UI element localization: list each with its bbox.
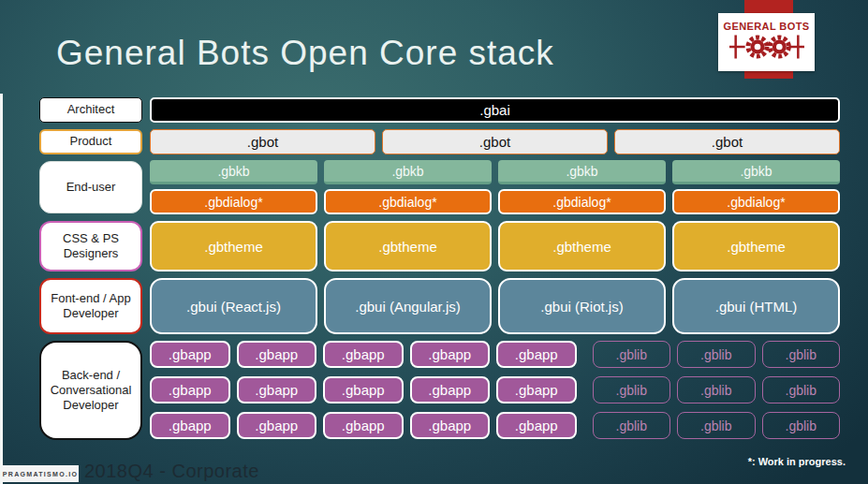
gbkb-box: .gbkb — [672, 160, 840, 184]
gbui-angular-box: .gbui (Angular.js) — [324, 278, 492, 334]
gbdialog-box: .gbdialog* — [498, 189, 666, 214]
row-gbapp-3: .gbapp .gbapp .gbapp .gbapp .gbapp .gbli… — [150, 412, 840, 439]
slide: General Bots Open Core stack GENERAL BOT… — [0, 0, 868, 484]
row-gbui: .gbui (React.js) .gbui (Angular.js) .gbu… — [150, 278, 840, 334]
general-bots-logo: GENERAL BOTS — [718, 13, 815, 71]
gblib-box: .gblib — [593, 341, 671, 368]
role-label-end-user: End-user — [39, 161, 142, 213]
gbapp-box: .gbapp — [323, 341, 404, 368]
row-gbot: .gbot .gbot .gbot — [150, 129, 840, 154]
gbot-box: .gbot — [382, 129, 608, 154]
gblib-box: .gblib — [593, 412, 671, 439]
row-gbapp-1: .gbapp .gbapp .gbapp .gbapp .gbapp .gbli… — [150, 341, 840, 368]
gbai-box: .gbai — [150, 97, 840, 123]
left-edge-accent — [0, 94, 3, 484]
role-label-css-ps-designers: CSS & PS Designers — [39, 221, 142, 271]
gbtheme-box: .gbtheme — [324, 221, 492, 271]
row-gbdialog: .gbdialog* .gbdialog* .gbdialog* .gbdial… — [150, 189, 840, 214]
gbapp-box: .gbapp — [323, 376, 404, 403]
row-gbapp-2: .gbapp .gbapp .gbapp .gbapp .gbapp .gbli… — [150, 376, 840, 403]
gblib-box: .gblib — [677, 412, 756, 439]
row-gbkb: .gbkb .gbkb .gbkb .gbkb — [150, 160, 840, 184]
page-title: General Bots Open Core stack — [56, 34, 554, 73]
gbtheme-box: .gbtheme — [672, 221, 840, 271]
gears-icon — [728, 33, 806, 65]
gbapp-box: .gbapp — [410, 376, 491, 403]
work-in-progress-note: *: Work in progress. — [748, 456, 846, 467]
role-label-architect: Architect — [39, 97, 142, 123]
gbkb-box: .gbkb — [324, 160, 492, 184]
gbapp-box: .gbapp — [150, 376, 230, 403]
gbdialog-box: .gbdialog* — [324, 189, 492, 214]
role-label-product: Product — [39, 129, 142, 154]
gbui-react-box: .gbui (React.js) — [150, 278, 317, 334]
row-gbtheme: .gbtheme .gbtheme .gbtheme .gbtheme — [150, 221, 840, 271]
gbapp-box: .gbapp — [496, 412, 577, 439]
gblib-box: .gblib — [677, 341, 756, 368]
gblib-box: .gblib — [593, 376, 671, 403]
gbapp-box: .gbapp — [496, 341, 577, 368]
gbui-riot-box: .gbui (Riot.js) — [498, 278, 666, 334]
gbot-box: .gbot — [614, 129, 840, 154]
gbkb-box: .gbkb — [150, 160, 317, 184]
gbapp-box: .gbapp — [496, 376, 577, 403]
gbapp-box: .gbapp — [237, 341, 317, 368]
gbapp-box: .gbapp — [237, 412, 317, 439]
gbapp-box: .gbapp — [237, 376, 317, 403]
gbapp-box: .gbapp — [150, 412, 230, 439]
gbui-html-box: .gbui (HTML) — [672, 278, 840, 334]
role-label-frontend-app-developer: Font-end / App Developer — [39, 278, 142, 334]
gbdialog-box: .gbdialog* — [672, 189, 840, 214]
gblib-box: .gblib — [677, 376, 756, 403]
gbapp-box: .gbapp — [323, 412, 404, 439]
gblib-box: .gblib — [762, 412, 841, 439]
gbtheme-box: .gbtheme — [150, 221, 317, 271]
gbapp-box: .gbapp — [150, 341, 230, 368]
slide-caption: 2018Q4 - Corporate — [84, 461, 259, 482]
row-gbai: .gbai — [150, 97, 840, 123]
logo-brand-text: GENERAL BOTS — [724, 21, 810, 32]
gbtheme-box: .gbtheme — [498, 221, 666, 271]
gbdialog-box: .gbdialog* — [150, 189, 317, 214]
gbapp-box: .gbapp — [410, 412, 491, 439]
gblib-box: .gblib — [762, 341, 841, 368]
gblib-box: .gblib — [762, 376, 841, 403]
gbot-box: .gbot — [150, 129, 375, 154]
gbapp-box: .gbapp — [410, 341, 491, 368]
gbkb-box: .gbkb — [498, 160, 666, 184]
role-label-backend-conversational-developer: Back-end / Conversational Developer — [39, 341, 142, 440]
pragmatismo-logo: PRAGMATISMO.IO — [2, 465, 79, 482]
